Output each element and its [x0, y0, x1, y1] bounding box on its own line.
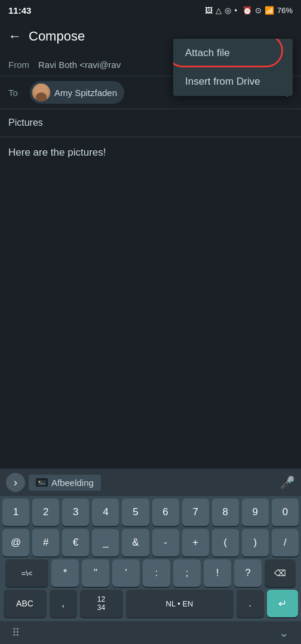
key-asterisk[interactable]: * — [51, 559, 79, 587]
key-7[interactable]: 7 — [182, 499, 209, 526]
suggestion-chip[interactable]: Afbeelding — [29, 475, 101, 491]
to-label: To — [8, 88, 25, 98]
key-close-paren[interactable]: ) — [242, 529, 269, 556]
key-colon[interactable]: : — [143, 559, 170, 587]
alert-icon: △ — [216, 6, 222, 15]
suggestion-bar: › Afbeelding 🎤 — [0, 469, 301, 496]
wifi-icon: ⊙ — [255, 6, 262, 15]
attach-file-menu-item[interactable]: Attach file — [173, 39, 293, 67]
key-slash[interactable]: / — [272, 529, 299, 556]
recipient-name: Amy Spitzfaden — [54, 88, 117, 98]
key-alt-symbols[interactable]: =\< — [5, 559, 48, 587]
keyboard: › Afbeelding 🎤 1 2 3 4 5 6 7 8 9 0 @ — [0, 469, 301, 644]
key-row-symbols: @ # € _ & - + ( ) / — [2, 529, 299, 556]
subject-row[interactable]: Pictures — [0, 109, 301, 137]
key-open-paren[interactable]: ( — [212, 529, 239, 556]
key-abc[interactable]: ABC — [4, 590, 47, 617]
signal-icon: 📶 — [265, 6, 274, 15]
attach-file-label: Attach file — [185, 47, 230, 58]
top-bar: ← Compose Attach file Insert from Drive — [0, 19, 301, 54]
to-left: To Amy Spitzfaden — [8, 81, 124, 104]
key-row-bottom: ABC , 1234 NL • EN . ↵ — [2, 590, 299, 617]
key-period[interactable]: . — [236, 590, 264, 617]
key-0[interactable]: 0 — [272, 499, 299, 526]
bottom-nav: ⠿ ⌄ — [0, 621, 301, 644]
body-area[interactable]: Here are the pictures! — [0, 137, 301, 168]
key-enter[interactable]: ↵ — [267, 590, 298, 617]
insert-drive-label: Insert from Drive — [185, 76, 260, 87]
suggestion-text: Afbeelding — [51, 478, 94, 488]
key-6[interactable]: 6 — [152, 499, 179, 526]
subject-value: Pictures — [8, 117, 43, 128]
key-at[interactable]: @ — [2, 529, 29, 556]
key-5[interactable]: 5 — [122, 499, 149, 526]
image-thumbnail-icon — [36, 478, 48, 487]
keyboard-expand-button[interactable]: › — [6, 473, 25, 492]
dot-icon: • — [234, 6, 237, 15]
svg-point-3 — [39, 481, 41, 482]
suggestion-left: › Afbeelding — [6, 473, 101, 492]
status-bar: 11:43 🖼 △ ◎ • ⏰ ⊙ 📶 76% — [0, 0, 301, 19]
key-apostrophe[interactable]: ' — [112, 559, 140, 587]
back-button[interactable]: ← — [8, 29, 22, 44]
keyboard-rows: 1 2 3 4 5 6 7 8 9 0 @ # € _ & - + ( ) / … — [0, 496, 301, 621]
avatar-image — [32, 83, 50, 101]
recipient-chip[interactable]: Amy Spitzfaden — [30, 81, 124, 104]
photo-icon: 🖼 — [205, 6, 213, 15]
backspace-key[interactable]: ⌫ — [265, 559, 296, 587]
key-minus[interactable]: - — [152, 529, 179, 556]
key-plus[interactable]: + — [182, 529, 209, 556]
key-2[interactable]: 2 — [32, 499, 59, 526]
top-bar-left: ← Compose — [8, 29, 85, 44]
key-exclaim[interactable]: ! — [204, 559, 231, 587]
page-title: Compose — [29, 29, 85, 44]
battery-text: 76% — [277, 6, 293, 15]
keyboard-switcher-icon[interactable]: ⠿ — [12, 626, 20, 639]
key-ampersand[interactable]: & — [122, 529, 149, 556]
status-time: 11:43 — [8, 5, 31, 16]
body-text: Here are the pictures! — [8, 147, 106, 158]
keyboard-dismiss-icon[interactable]: ⌄ — [279, 626, 289, 640]
key-semicolon[interactable]: ; — [173, 559, 201, 587]
key-9[interactable]: 9 — [242, 499, 269, 526]
key-1234[interactable]: 1234 — [80, 590, 123, 617]
key-underscore[interactable]: _ — [92, 529, 119, 556]
key-hash[interactable]: # — [32, 529, 59, 556]
avatar — [32, 83, 50, 101]
key-4[interactable]: 4 — [92, 499, 119, 526]
key-quote[interactable]: " — [82, 559, 109, 587]
alarm-icon: ⏰ — [242, 6, 252, 15]
insert-drive-menu-item[interactable]: Insert from Drive — [173, 67, 293, 96]
key-euro[interactable]: € — [62, 529, 89, 556]
status-icons: 🖼 △ ◎ • ⏰ ⊙ 📶 76% — [205, 6, 293, 15]
key-question[interactable]: ? — [234, 559, 262, 587]
key-space[interactable]: NL • EN — [126, 590, 234, 617]
from-label: From — [8, 60, 38, 70]
from-value: Ravi Both <ravi@rav — [38, 60, 121, 70]
key-8[interactable]: 8 — [212, 499, 239, 526]
key-row-more-symbols: =\< * " ' : ; ! ? ⌫ — [2, 559, 299, 587]
sync-icon: ◎ — [225, 6, 231, 15]
key-1[interactable]: 1 — [2, 499, 29, 526]
key-3[interactable]: 3 — [62, 499, 89, 526]
dropdown-menu: Attach file Insert from Drive — [173, 39, 293, 96]
key-comma[interactable]: , — [50, 590, 77, 617]
key-row-numbers: 1 2 3 4 5 6 7 8 9 0 — [2, 499, 299, 526]
microphone-icon[interactable]: 🎤 — [280, 475, 295, 490]
